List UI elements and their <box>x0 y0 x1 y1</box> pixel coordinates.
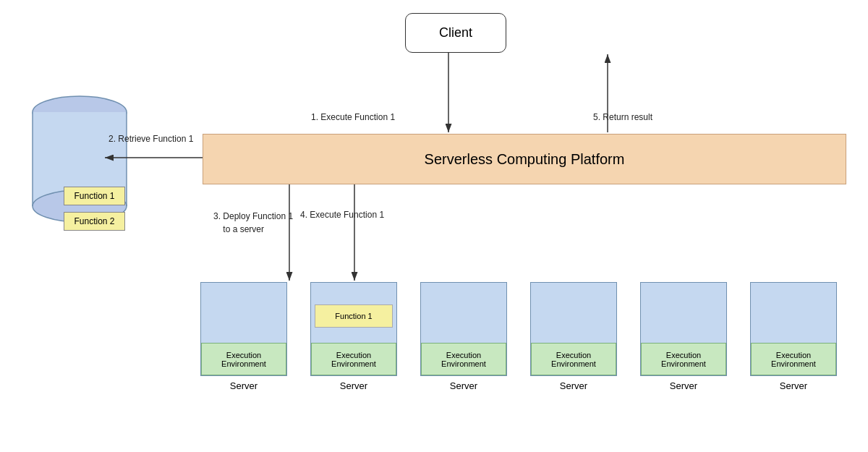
exec-env-6: ExecutionEnvironment <box>751 343 836 375</box>
server-box-3: ExecutionEnvironment Server <box>417 282 511 391</box>
server-box-2: Function 1 ExecutionEnvironment Server <box>307 282 401 391</box>
exec-env-3: ExecutionEnvironment <box>421 343 506 375</box>
exec-env-1: ExecutionEnvironment <box>201 343 286 375</box>
server-inner-6: ExecutionEnvironment <box>750 282 837 376</box>
server-inner-3: ExecutionEnvironment <box>420 282 507 376</box>
diagram-container: Client Serverless Computing Platform Fun… <box>0 0 868 452</box>
db-function1-label: Function 1 <box>74 191 114 201</box>
server-box-6: ExecutionEnvironment Server <box>746 282 841 391</box>
exec-env-4: ExecutionEnvironment <box>531 343 616 375</box>
client-box: Client <box>405 13 506 53</box>
db-function2-label: Function 2 <box>74 216 114 226</box>
server-label-6: Server <box>780 380 807 391</box>
platform-bar: Serverless Computing Platform <box>203 134 846 184</box>
step2-label: 2. Retrieve Function 1 <box>109 134 193 144</box>
step5-label: 5. Return result <box>593 112 652 122</box>
platform-label: Serverless Computing Platform <box>425 151 625 168</box>
exec-env-2: ExecutionEnvironment <box>311 343 396 375</box>
server-inner-1: ExecutionEnvironment <box>200 282 287 376</box>
db-function1-box: Function 1 <box>64 187 125 205</box>
server-label-5: Server <box>670 380 697 391</box>
server-inner-5: ExecutionEnvironment <box>640 282 727 376</box>
step1-label: 1. Execute Function 1 <box>311 112 395 122</box>
server-label-1: Server <box>230 380 258 391</box>
server-box-5: ExecutionEnvironment Server <box>637 282 731 391</box>
client-label: Client <box>439 25 472 40</box>
server-function1-label: Function 1 <box>315 304 393 328</box>
server-label-4: Server <box>560 380 587 391</box>
db-function2-box: Function 2 <box>64 212 125 231</box>
server-box-1: ExecutionEnvironment Server <box>197 282 291 391</box>
step3-label: 3. Deploy Function 1 to a server <box>213 210 293 236</box>
server-inner-2: Function 1 ExecutionEnvironment <box>310 282 397 376</box>
step4-label: 4. Execute Function 1 <box>300 210 384 220</box>
server-box-4: ExecutionEnvironment Server <box>527 282 621 391</box>
servers-row: ExecutionEnvironment Server Function 1 E… <box>197 282 841 391</box>
server-inner-4: ExecutionEnvironment <box>530 282 617 376</box>
server-label-2: Server <box>340 380 367 391</box>
server-label-3: Server <box>450 380 477 391</box>
database-container: Function 1 Function 2 <box>22 80 137 224</box>
exec-env-5: ExecutionEnvironment <box>641 343 726 375</box>
